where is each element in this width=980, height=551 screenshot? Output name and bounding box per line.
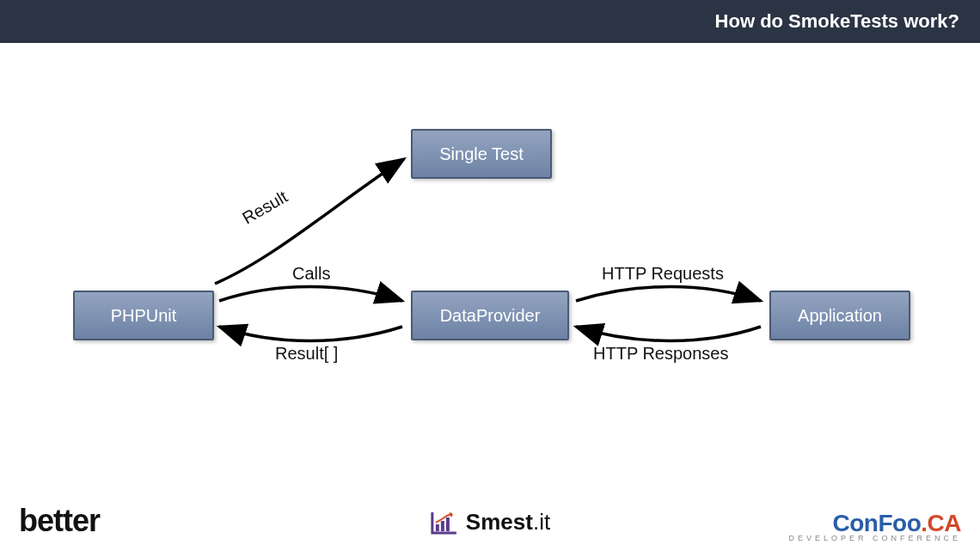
svg-rect-0 bbox=[436, 524, 439, 531]
logo-confoo-ca: .CA bbox=[921, 510, 961, 536]
chart-icon bbox=[430, 510, 459, 536]
edge-label-result: Result bbox=[239, 187, 291, 228]
logo-smest-thin: .it bbox=[533, 509, 550, 535]
logo-confoo-sub: DEVELOPER CONFERENCE bbox=[788, 534, 961, 542]
edge-label-http-responses: HTTP Responses bbox=[593, 344, 728, 364]
node-dataprovider: DataProvider bbox=[411, 291, 569, 340]
svg-rect-2 bbox=[446, 517, 450, 531]
edge-label-result-array: Result[ ] bbox=[275, 344, 338, 364]
node-single-test: Single Test bbox=[411, 129, 552, 179]
edge-label-http-requests: HTTP Requests bbox=[602, 264, 724, 284]
logo-confoo-main: ConFoo bbox=[833, 510, 922, 536]
svg-rect-1 bbox=[441, 521, 444, 531]
logo-smest-bold: Smest bbox=[466, 509, 533, 535]
logo-better: better bbox=[19, 503, 100, 539]
slide-title: How do SmokeTests work? bbox=[715, 10, 959, 33]
node-application-label: Application bbox=[798, 306, 882, 326]
node-dataprovider-label: DataProvider bbox=[440, 306, 541, 326]
node-phpunit-label: PHPUnit bbox=[111, 306, 177, 326]
edge-label-calls: Calls bbox=[292, 264, 330, 284]
node-single-test-label: Single Test bbox=[439, 144, 523, 164]
slide-footer: better Smest.it ConFoo.CA DEVELOPER CONF… bbox=[0, 491, 980, 551]
node-phpunit: PHPUnit bbox=[73, 291, 214, 340]
logo-confoo: ConFoo.CA DEVELOPER CONFERENCE bbox=[788, 510, 961, 542]
node-application: Application bbox=[769, 291, 910, 340]
slide-header: How do SmokeTests work? bbox=[0, 0, 980, 43]
diagram-edges bbox=[0, 0, 980, 551]
logo-smest: Smest.it bbox=[430, 509, 550, 536]
